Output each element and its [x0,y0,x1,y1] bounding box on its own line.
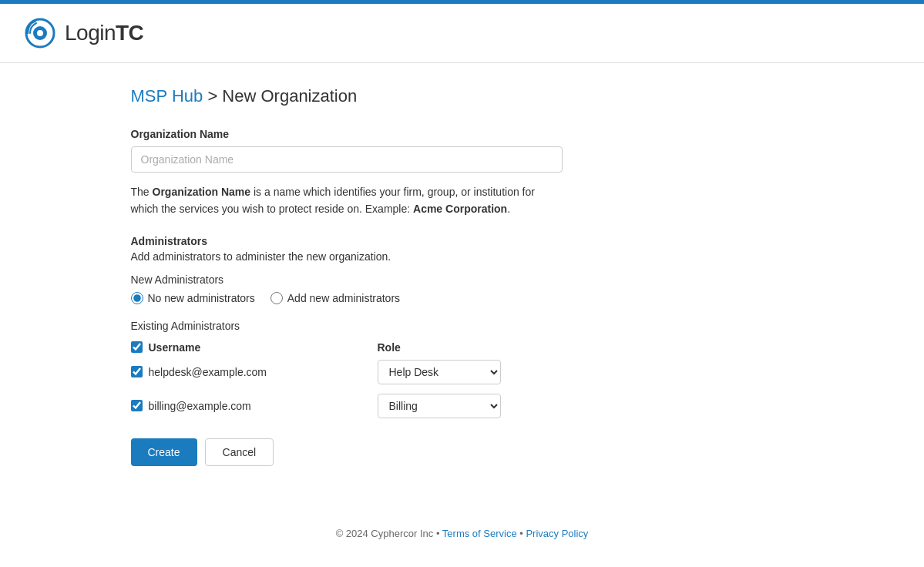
radio-add-new-admins-input[interactable] [270,292,283,304]
cancel-button[interactable]: Cancel [205,438,274,466]
admin-helpdesk-role-select[interactable]: Help Desk Billing Admin Read Only [378,360,501,384]
col-role-label: Role [378,341,401,354]
new-admins-radio-group: No new administrators Add new administra… [131,292,794,304]
org-name-description: The Organization Name is a name which id… [131,183,563,218]
admin-row-helpdesk: helpdesk@example.com Help Desk Billing A… [131,360,563,384]
terms-of-service-link[interactable]: Terms of Service [442,528,517,539]
page-title: New Organization [222,86,357,106]
admin-helpdesk-email: helpdesk@example.com [149,366,267,378]
create-button[interactable]: Create [131,438,197,466]
logintc-logo-icon [23,16,57,50]
admin-helpdesk-role: Help Desk Billing Admin Read Only [378,360,563,384]
admin-row-billing: billing@example.com Help Desk Billing Ad… [131,394,563,418]
admin-billing-role: Help Desk Billing Admin Read Only [378,394,563,418]
admin-table: Username Role helpdesk@example.com Help … [131,341,563,418]
radio-no-new-admins-input[interactable] [131,292,143,304]
admin-helpdesk-username: helpdesk@example.com [131,366,378,378]
administrators-title: Administrators [131,235,794,247]
svg-point-2 [37,30,43,36]
button-row: Create Cancel [131,438,794,466]
administrators-subtitle: Add administrators to administer the new… [131,250,794,263]
logo: LoginTC [23,16,143,50]
main-content: MSP Hub > New Organization Organization … [116,63,809,512]
logo-text: LoginTC [65,21,143,45]
admin-billing-role-select[interactable]: Help Desk Billing Admin Read Only [378,394,501,418]
radio-add-new-admins-label: Add new administrators [287,292,400,304]
radio-no-new-admins[interactable]: No new administrators [131,292,255,304]
radio-add-new-admins[interactable]: Add new administrators [270,292,400,304]
admin-header-row: Username Role [131,341,563,354]
breadcrumb: MSP Hub > New Organization [131,86,794,106]
header: LoginTC [0,4,924,63]
footer-copyright: © 2024 Cyphercor Inc • [336,528,440,539]
admin-billing-checkbox[interactable] [131,400,143,411]
admin-billing-email: billing@example.com [149,400,251,412]
org-name-input[interactable] [131,146,563,173]
radio-no-new-admins-label: No new administrators [148,292,255,304]
username-header-checkbox[interactable] [131,341,143,353]
org-name-label: Organization Name [131,128,794,140]
footer: © 2024 Cyphercor Inc • Terms of Service … [0,512,924,555]
existing-admins-label: Existing Administrators [131,320,794,332]
col-username-label: Username [149,341,201,354]
new-admins-label: New Administrators [131,273,794,286]
privacy-policy-link[interactable]: Privacy Policy [526,528,588,539]
admin-billing-username: billing@example.com [131,400,378,412]
breadcrumb-separator: > [207,86,222,106]
admin-helpdesk-checkbox[interactable] [131,366,143,377]
msp-hub-link[interactable]: MSP Hub [131,86,203,106]
col-username-header: Username [131,341,378,354]
col-role-header: Role [378,341,563,354]
